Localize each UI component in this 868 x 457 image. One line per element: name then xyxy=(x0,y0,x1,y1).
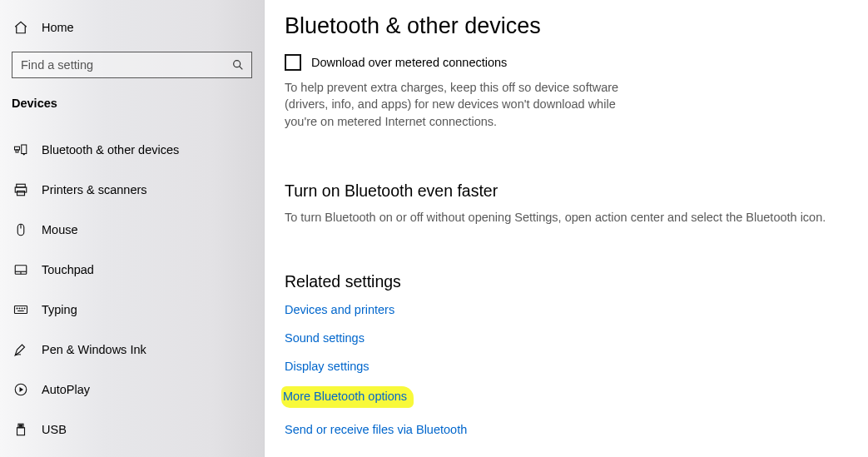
metered-help-text: To help prevent extra charges, keep this… xyxy=(285,79,634,130)
link-send-receive-bluetooth[interactable]: Send or receive files via Bluetooth xyxy=(285,423,467,436)
pen-icon xyxy=(13,342,28,357)
faster-heading: Turn on Bluetooth even faster xyxy=(285,181,848,201)
svg-rect-14 xyxy=(15,306,27,314)
metered-checkbox-row: Download over metered connections xyxy=(285,54,848,71)
sidebar-item-bluetooth[interactable]: Bluetooth & other devices xyxy=(0,130,264,170)
sidebar-item-typing[interactable]: Typing xyxy=(0,290,264,330)
related-links: Devices and printers Sound settings Disp… xyxy=(285,303,848,436)
sidebar-item-label: Printers & scanners xyxy=(42,183,147,196)
svg-rect-3 xyxy=(16,150,18,152)
touchpad-icon xyxy=(13,262,28,277)
metered-checkbox[interactable] xyxy=(285,54,301,71)
nav-home-label: Home xyxy=(42,21,74,34)
section-title-devices: Devices xyxy=(0,87,264,122)
svg-line-1 xyxy=(240,67,243,70)
sidebar-item-mouse[interactable]: Mouse xyxy=(0,210,264,250)
sidebar-item-label: Pen & Windows Ink xyxy=(42,343,146,356)
sidebar-item-usb[interactable]: USB xyxy=(0,410,264,450)
nav-home[interactable]: Home xyxy=(0,10,264,45)
page-title: Bluetooth & other devices xyxy=(285,13,848,39)
metered-checkbox-label: Download over metered connections xyxy=(311,56,507,69)
svg-rect-4 xyxy=(22,145,27,154)
search-box[interactable] xyxy=(12,52,252,78)
svg-rect-8 xyxy=(17,191,25,196)
svg-point-17 xyxy=(22,308,22,309)
home-icon xyxy=(13,20,28,35)
svg-rect-24 xyxy=(21,425,22,427)
svg-rect-23 xyxy=(20,425,21,427)
keyboard-icon xyxy=(13,302,28,317)
svg-marker-21 xyxy=(20,387,24,392)
svg-point-5 xyxy=(23,154,24,155)
sidebar-item-label: Typing xyxy=(42,303,77,316)
search-input[interactable] xyxy=(19,57,231,72)
sidebar-item-touchpad[interactable]: Touchpad xyxy=(0,250,264,290)
svg-point-0 xyxy=(234,61,241,67)
link-more-bluetooth-options[interactable]: More Bluetooth options xyxy=(283,390,407,403)
sidebar-item-label: AutoPlay xyxy=(42,383,90,396)
svg-point-15 xyxy=(17,308,17,309)
nav-list: Bluetooth & other devices Printers & sca… xyxy=(0,130,264,450)
faster-desc: To turn Bluetooth on or off without open… xyxy=(285,209,848,226)
link-display-settings[interactable]: Display settings xyxy=(285,360,370,373)
svg-rect-2 xyxy=(15,147,20,150)
sidebar-item-label: Mouse xyxy=(42,223,78,236)
search-icon xyxy=(231,58,245,72)
sidebar-item-label: Bluetooth & other devices xyxy=(42,143,179,156)
sidebar: Home Devices Bluetooth & other devices xyxy=(0,0,265,457)
search-wrap xyxy=(0,45,264,87)
related-heading: Related settings xyxy=(285,272,848,291)
link-sound-settings[interactable]: Sound settings xyxy=(285,331,365,345)
svg-point-16 xyxy=(19,308,20,309)
highlight-annotation: More Bluetooth options xyxy=(281,386,414,408)
usb-icon xyxy=(13,422,28,437)
sidebar-item-label: USB xyxy=(42,423,67,436)
svg-rect-25 xyxy=(17,428,25,435)
printer-icon xyxy=(13,182,28,197)
sidebar-item-label: Touchpad xyxy=(42,263,94,276)
svg-point-18 xyxy=(24,308,25,309)
sidebar-item-autoplay[interactable]: AutoPlay xyxy=(0,370,264,410)
link-devices-printers[interactable]: Devices and printers xyxy=(285,303,394,316)
sidebar-item-printers[interactable]: Printers & scanners xyxy=(0,170,264,210)
bluetooth-devices-icon xyxy=(13,142,28,157)
autoplay-icon xyxy=(13,382,28,397)
mouse-icon xyxy=(13,222,28,237)
content: Bluetooth & other devices Download over … xyxy=(265,0,868,457)
sidebar-item-pen[interactable]: Pen & Windows Ink xyxy=(0,330,264,370)
